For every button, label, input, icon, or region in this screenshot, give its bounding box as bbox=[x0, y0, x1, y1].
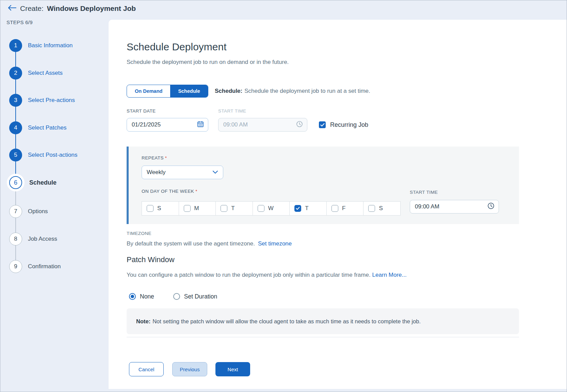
on-demand-toggle-button[interactable]: On Demand bbox=[127, 85, 170, 97]
recurring-start-time-input[interactable]: 09:00 AM bbox=[410, 200, 499, 214]
window-title-prefix: Create: bbox=[20, 4, 44, 13]
back-arrow-icon bbox=[7, 4, 17, 13]
sidebar-step-schedule[interactable]: 6 Schedule bbox=[7, 174, 107, 191]
recurring-start-time-label: START TIME bbox=[410, 190, 438, 195]
steps-progress-label: STEPS 6/9 bbox=[6, 19, 33, 25]
back-button[interactable] bbox=[7, 4, 17, 13]
day-letter: T bbox=[231, 205, 234, 212]
note-label: Note: bbox=[136, 318, 150, 325]
sidebar-step-select-pre-actions[interactable]: 3 Select Pre-actions bbox=[7, 92, 107, 109]
next-button[interactable]: Next bbox=[215, 362, 250, 376]
schedule-mode-description: Schedule:Schedule the deployment job to … bbox=[215, 88, 370, 95]
step-number-badge: 4 bbox=[9, 121, 22, 134]
sidebar-step-job-access[interactable]: 8 Job Access bbox=[7, 231, 107, 248]
repeats-select[interactable]: Weekly bbox=[142, 166, 223, 179]
repeats-label: REPEATS* bbox=[142, 155, 167, 160]
calendar-icon[interactable] bbox=[197, 121, 204, 129]
radio-label: None bbox=[140, 293, 154, 300]
schedule-mode-description-text: Schedule the deployment job to run at a … bbox=[244, 88, 370, 94]
step-label: Confirmation bbox=[28, 263, 61, 270]
checkbox-icon bbox=[368, 205, 375, 212]
checkbox-checked-icon bbox=[294, 205, 301, 212]
schedule-toggle-button[interactable]: Schedule bbox=[170, 85, 208, 97]
day-letter: F bbox=[342, 205, 345, 212]
footer-divider bbox=[127, 337, 519, 337]
patch-window-options: None Set Duration bbox=[129, 291, 217, 302]
note-text: Not setting the patch window will allow … bbox=[152, 318, 421, 325]
sidebar-step-select-assets[interactable]: 2 Select Assets bbox=[7, 65, 107, 82]
sidebar-step-confirmation[interactable]: 9 Confirmation bbox=[7, 258, 107, 275]
sidebar-step-basic-information[interactable]: 1 Basic Information bbox=[7, 37, 107, 54]
patch-window-description: You can configure a patch window to run … bbox=[127, 272, 407, 278]
start-time-label: START TIME bbox=[218, 108, 246, 114]
day-checkbox-thursday[interactable]: T bbox=[290, 202, 327, 215]
recurring-job-checkbox[interactable] bbox=[319, 121, 326, 128]
day-checkbox-saturday[interactable]: S bbox=[363, 202, 400, 215]
step-number-badge: 6 bbox=[9, 176, 22, 189]
day-checkbox-tuesday[interactable]: T bbox=[216, 202, 253, 215]
day-of-week-label: ON DAY OF THE WEEK* bbox=[142, 189, 197, 194]
checkbox-icon bbox=[258, 205, 264, 212]
step-label: Basic Information bbox=[28, 42, 72, 49]
day-letter: T bbox=[305, 205, 308, 212]
set-timezone-link[interactable]: Set timezone bbox=[258, 240, 292, 247]
day-checkbox-sunday[interactable]: S bbox=[142, 202, 179, 215]
step-number-badge: 5 bbox=[9, 149, 22, 161]
learn-more-link[interactable]: Learn More... bbox=[372, 272, 407, 278]
sidebar-step-select-post-actions[interactable]: 5 Select Post-actions bbox=[7, 147, 107, 164]
step-number-badge: 7 bbox=[9, 205, 22, 218]
patch-window-set-duration-option[interactable]: Set Duration bbox=[173, 293, 217, 300]
chevron-down-icon bbox=[212, 169, 218, 176]
step-number-badge: 1 bbox=[9, 39, 22, 52]
page-subtitle: Schedule the deployment job to run on de… bbox=[127, 59, 289, 66]
radio-label: Set Duration bbox=[184, 293, 217, 300]
recurring-job-label: Recurring Job bbox=[330, 121, 368, 129]
sidebar-step-options[interactable]: 7 Options bbox=[7, 203, 107, 220]
day-letter: S bbox=[379, 205, 383, 212]
window-title-text: Windows Deployment Job bbox=[47, 4, 136, 13]
required-marker: * bbox=[165, 155, 167, 160]
patch-window-none-option[interactable]: None bbox=[129, 293, 154, 300]
day-checkbox-friday[interactable]: F bbox=[327, 202, 364, 215]
step-label: Select Assets bbox=[28, 70, 63, 76]
start-time-input-disabled: 09:00 AM bbox=[218, 118, 307, 132]
window-title: Create: Windows Deployment Job bbox=[20, 0, 136, 17]
patch-window-title: Patch Window bbox=[127, 255, 175, 264]
create-deployment-job-window: Create: Windows Deployment Job STEPS 6/9… bbox=[0, 0, 567, 392]
day-checkbox-wednesday[interactable]: W bbox=[253, 202, 290, 215]
checkbox-icon bbox=[331, 205, 338, 212]
step-label: Select Patches bbox=[28, 124, 66, 131]
recurring-job-option[interactable]: Recurring Job bbox=[319, 118, 368, 132]
sidebar-step-select-patches[interactable]: 4 Select Patches bbox=[7, 119, 107, 136]
clock-icon bbox=[487, 202, 495, 211]
step-label: Options bbox=[28, 208, 48, 215]
step-label: Select Post-actions bbox=[28, 152, 78, 158]
radio-selected-icon bbox=[129, 293, 136, 300]
repeats-selected-value: Weekly bbox=[147, 169, 165, 176]
step-number-badge: 2 bbox=[9, 67, 22, 80]
header: Create: Windows Deployment Job bbox=[0, 0, 567, 17]
day-checkbox-monday[interactable]: M bbox=[179, 202, 216, 215]
checkbox-icon bbox=[147, 205, 153, 212]
step-label: Job Access bbox=[28, 236, 57, 242]
day-letter: W bbox=[268, 205, 274, 212]
recurring-start-time-value: 09:00 AM bbox=[415, 203, 439, 210]
start-date-input[interactable]: 01/21/2025 bbox=[127, 118, 208, 132]
step-number-badge: 8 bbox=[9, 233, 22, 245]
step-connector-todo bbox=[15, 183, 16, 267]
start-date-label: START DATE bbox=[127, 108, 156, 114]
timezone-text: By default the system will use the agent… bbox=[127, 240, 292, 247]
day-letter: S bbox=[157, 205, 161, 212]
page-title: Schedule Deployment bbox=[127, 41, 227, 53]
cancel-button[interactable]: Cancel bbox=[129, 362, 164, 376]
radio-unselected-icon bbox=[173, 293, 180, 300]
timezone-label: TIMEZONE bbox=[127, 231, 151, 236]
previous-button[interactable]: Previous bbox=[172, 362, 207, 376]
step-label: Schedule bbox=[29, 179, 56, 186]
note-box: Note:Not setting the patch window will a… bbox=[127, 308, 519, 334]
schedule-mode-toggle: On Demand Schedule bbox=[127, 85, 208, 98]
day-of-week-row: S M T W T F S bbox=[142, 201, 401, 216]
day-letter: M bbox=[194, 205, 199, 212]
checkbox-icon bbox=[221, 205, 227, 212]
start-time-value: 09:00 AM bbox=[223, 121, 248, 128]
